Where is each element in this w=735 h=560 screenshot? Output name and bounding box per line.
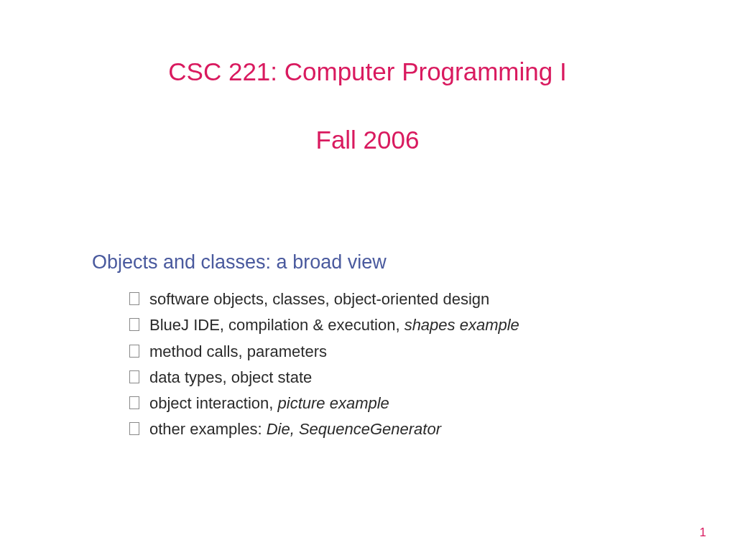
bullet-text: object interaction,: [149, 394, 278, 412]
bullet-text: method calls, parameters: [149, 342, 327, 360]
bullet-text: other examples:: [149, 420, 267, 438]
bullet-text: data types, object state: [149, 368, 312, 386]
bullet-text: BlueJ IDE, compilation & execution,: [149, 316, 405, 334]
bullet-item: method calls, parameters: [129, 339, 649, 365]
title-block: CSC 221: Computer Programming I Fall 200…: [86, 57, 649, 154]
bullet-italic: shapes example: [405, 316, 519, 334]
content-area: Objects and classes: a broad view softwa…: [86, 251, 649, 443]
bullet-item: other examples: Die, SequenceGenerator: [129, 416, 649, 442]
page-number: 1: [700, 526, 706, 540]
bullet-item: software objects, classes, object-orient…: [129, 286, 649, 312]
slide-title-line1: CSC 221: Computer Programming I: [86, 57, 649, 86]
bullet-item: data types, object state: [129, 365, 649, 391]
bullet-list: software objects, classes, object-orient…: [92, 286, 649, 443]
bullet-italic: picture example: [278, 394, 389, 412]
bullet-italic: Die, SequenceGenerator: [267, 420, 441, 438]
bullet-item: BlueJ IDE, compilation & execution, shap…: [129, 312, 649, 338]
slide-title-line2: Fall 2006: [86, 126, 649, 154]
bullet-item: object interaction, picture example: [129, 391, 649, 416]
slide-subtitle: Objects and classes: a broad view: [92, 251, 649, 274]
slide-container: CSC 221: Computer Programming I Fall 200…: [0, 0, 735, 560]
bullet-text: software objects, classes, object-orient…: [149, 290, 489, 308]
